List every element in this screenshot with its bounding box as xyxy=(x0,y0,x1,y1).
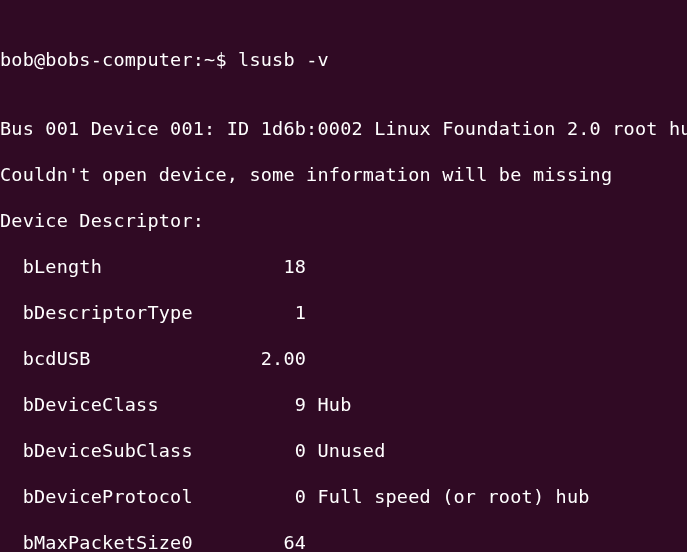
descriptor-title: Device Descriptor: xyxy=(0,209,687,232)
shell-prompt: bob@bobs-computer:~$ xyxy=(0,49,238,70)
warning-line: Couldn't open device, some information w… xyxy=(0,163,687,186)
field-bDeviceSubClass: bDeviceSubClass 0 Unused xyxy=(0,439,687,462)
device-header: Bus 001 Device 001: ID 1d6b:0002 Linux F… xyxy=(0,117,687,140)
field-bDescriptorType: bDescriptorType 1 xyxy=(0,301,687,324)
field-bDeviceClass: bDeviceClass 9 Hub xyxy=(0,393,687,416)
command-text: lsusb -v xyxy=(238,49,329,70)
field-bDeviceProtocol: bDeviceProtocol 0 Full speed (or root) h… xyxy=(0,485,687,508)
field-bMaxPacketSize0: bMaxPacketSize0 64 xyxy=(0,531,687,552)
field-bLength: bLength 18 xyxy=(0,255,687,278)
field-bcdUSB: bcdUSB 2.00 xyxy=(0,347,687,370)
prompt-line[interactable]: bob@bobs-computer:~$ lsusb -v xyxy=(0,48,687,71)
